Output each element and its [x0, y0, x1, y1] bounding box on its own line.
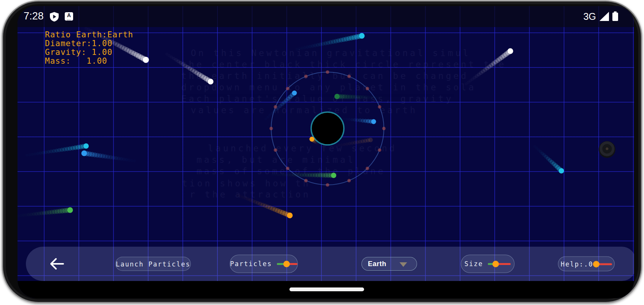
- dark-green-particle-trail: [382, 96, 385, 99]
- planet-dropdown[interactable]: Earth: [361, 257, 417, 271]
- blue-particle-right-trail: [342, 117, 345, 120]
- blue-particle-right-trail: [348, 118, 351, 121]
- a-keyboard-icon: A...: [65, 12, 73, 21]
- camera-cutout: [599, 141, 615, 158]
- green-comet-bottom-left: [67, 207, 73, 213]
- hud-ratio-line: Ratio Earth:Earth: [45, 30, 133, 39]
- particles-slider[interactable]: [277, 260, 297, 267]
- help-label: Help:.0: [561, 260, 593, 268]
- size-slider[interactable]: [488, 260, 511, 267]
- dark-green-particle: [334, 94, 340, 99]
- signal-strength-icon: [599, 12, 609, 21]
- cyan-comet-top: [359, 33, 365, 39]
- orbit-marker: [304, 75, 308, 78]
- ratio-hud: Ratio Earth:Earth Diameter:1.00 Gravity:…: [45, 30, 133, 66]
- phone-frame: On this Newtonian gravitational simulthe…: [2, 0, 642, 303]
- white-comet-mid-left: [208, 79, 214, 85]
- faded-trail-residue-trail: [330, 145, 332, 148]
- shield-play-icon: [50, 12, 59, 23]
- hud-gravity-line: Gravity: 1.00: [45, 48, 133, 57]
- orbit-marker: [270, 127, 273, 130]
- particles-label: Particles: [230, 260, 272, 268]
- size-label: Size: [465, 260, 483, 268]
- control-toolbar: Launch Particles Particles Earth Size He…: [26, 247, 634, 281]
- simulation-canvas[interactable]: On this Newtonian gravitational simulthe…: [18, 6, 634, 281]
- size-slider-group: Size: [461, 255, 515, 273]
- faded-trail-residue-trail: [328, 146, 330, 149]
- green-particle-bottom-trail: [274, 173, 277, 176]
- cyan-comet-left-trail: [28, 153, 31, 156]
- orbit-marker: [366, 167, 369, 170]
- phone-screen: On this Newtonian gravitational simulthe…: [18, 6, 634, 298]
- orange-comet-bottom: [287, 213, 293, 218]
- orbit-marker: [326, 183, 329, 187]
- white-comet-upper-left: [143, 57, 149, 63]
- faded-trail-residue-trail: [340, 143, 343, 146]
- battery-icon: [612, 13, 618, 21]
- home-indicator[interactable]: [289, 287, 364, 291]
- orbit-marker: [382, 127, 386, 130]
- particles-slider-group: Particles: [230, 255, 298, 273]
- cyan-comet-left-trail: [31, 153, 34, 156]
- orbit-marker: [286, 87, 289, 90]
- chevron-down-icon: [400, 262, 407, 267]
- help-slider-group: Help:.0: [558, 257, 615, 271]
- planet-dropdown-value: Earth: [368, 260, 387, 268]
- blue-particle-right: [371, 119, 376, 124]
- orbit-marker: [378, 105, 381, 109]
- orbit-marker: [304, 179, 308, 182]
- clock: 7:28: [24, 10, 44, 22]
- blue-comet-left: [81, 151, 87, 156]
- orbit-marker: [274, 148, 277, 152]
- blue-particle-right-trail: [345, 118, 348, 121]
- green-particle-bottom: [331, 173, 336, 178]
- green-particle-bottom-trail: [271, 173, 274, 176]
- status-bar: 7:28 A... 3G: [18, 6, 634, 27]
- cyan-comet-right: [559, 168, 564, 173]
- orbit-marker: [347, 179, 351, 182]
- faded-trail-residue-trail: [335, 144, 338, 148]
- planet: [311, 112, 344, 145]
- launch-particles-label: Launch Particles: [116, 260, 190, 268]
- help-slider[interactable]: [594, 260, 612, 267]
- orbit-marker: [378, 148, 381, 152]
- cyan-comet-left: [83, 143, 89, 149]
- hud-diameter-line: Diameter:1.00: [45, 39, 133, 48]
- hud-mass-line: Mass: 1.00: [45, 57, 133, 66]
- white-comet-right: [508, 48, 513, 54]
- faded-trail-residue-trail: [332, 145, 335, 148]
- launch-particles-button[interactable]: Launch Particles: [115, 257, 191, 271]
- orbit-marker: [286, 167, 289, 170]
- back-button[interactable]: [50, 257, 65, 271]
- orange-particle-planet: [310, 137, 315, 142]
- orbit-marker: [366, 87, 369, 90]
- orbit-marker: [326, 71, 329, 74]
- faded-trail-residue-trail: [338, 144, 341, 147]
- gesture-nav-bar: [18, 281, 634, 298]
- cyan-comet-left-trail: [26, 154, 29, 157]
- blue-particle-orbit-top: [292, 91, 297, 96]
- network-type-label: 3G: [583, 11, 596, 22]
- faded-trail-residue: [368, 138, 373, 142]
- orbit-marker: [347, 75, 351, 78]
